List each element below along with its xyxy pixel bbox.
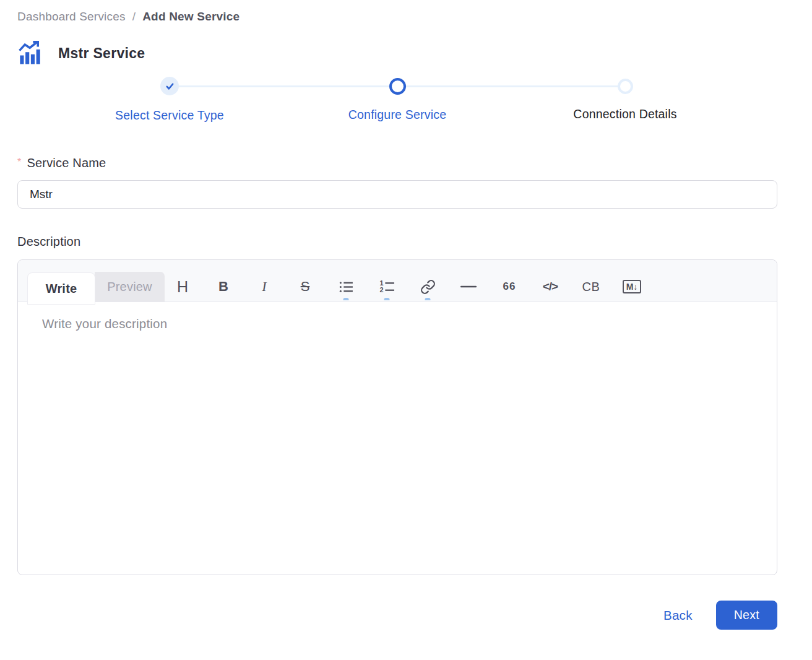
heading-button[interactable]: H	[171, 272, 194, 302]
step-configure-service[interactable]: Configure Service	[283, 77, 511, 123]
ordered-list-button[interactable]: 1 2	[375, 272, 399, 302]
step-completed-circle[interactable]	[160, 77, 179, 95]
add-new-service-page: Dashboard Services / Add New Service Mst…	[0, 0, 812, 630]
step-active-circle[interactable]	[389, 78, 406, 95]
wizard-actions: Back Next	[17, 601, 777, 630]
strikethrough-button[interactable]: S	[293, 272, 317, 302]
description-textarea[interactable]	[42, 316, 753, 560]
step-select-service-type[interactable]: Select Service Type	[56, 77, 283, 123]
horizontal-rule-icon	[460, 279, 477, 294]
step-label-configure-service[interactable]: Configure Service	[348, 108, 446, 122]
svg-text:1: 1	[379, 279, 383, 287]
bar-chart-trend-icon	[17, 40, 43, 67]
link-icon	[420, 279, 436, 295]
wizard-stepper: Select Service Type Configure Service Co…	[56, 77, 739, 123]
unordered-list-button[interactable]	[334, 272, 358, 302]
back-button[interactable]: Back	[663, 608, 693, 623]
page-title: Mstr Service	[58, 45, 145, 62]
markdown-icon: M↓	[623, 280, 642, 294]
ordered-list-icon: 1 2	[379, 279, 395, 295]
horizontal-rule-button[interactable]	[457, 272, 480, 302]
step-label-select-service-type[interactable]: Select Service Type	[115, 108, 224, 123]
tab-write[interactable]: Write	[28, 273, 95, 304]
editor-tabs: Write Preview	[28, 272, 165, 302]
step-label-connection-details: Connection Details	[573, 107, 676, 121]
link-button[interactable]	[416, 272, 439, 302]
tab-preview[interactable]: Preview	[95, 272, 165, 302]
editor-toolbar: Write Preview H B I S	[18, 260, 777, 302]
breadcrumb-separator: /	[132, 10, 136, 24]
svg-text:2: 2	[379, 286, 383, 293]
unordered-list-icon	[339, 279, 354, 295]
step-upcoming-circle	[618, 79, 633, 94]
step-connection-details: Connection Details	[511, 77, 739, 123]
formatting-toolbar: H B I S 1 2	[171, 272, 644, 302]
code-button[interactable]: </>	[538, 272, 562, 302]
required-marker: *	[17, 157, 21, 168]
breadcrumb: Dashboard Services / Add New Service	[17, 10, 777, 24]
service-name-input[interactable]	[17, 180, 777, 209]
description-markdown-editor: Write Preview H B I S	[17, 259, 777, 575]
description-label: Description	[17, 235, 777, 249]
code-block-button[interactable]: CB	[579, 272, 603, 302]
page-header: Mstr Service	[17, 40, 777, 67]
description-label-text: Description	[17, 235, 80, 249]
editor-body	[18, 302, 777, 575]
bold-button[interactable]: B	[212, 272, 235, 302]
breadcrumb-dashboard-services[interactable]: Dashboard Services	[17, 10, 126, 24]
breadcrumb-current: Add New Service	[142, 10, 240, 24]
service-name-label: * Service Name	[17, 156, 777, 170]
italic-button[interactable]: I	[253, 272, 276, 302]
service-name-label-text: Service Name	[27, 156, 106, 170]
quote-button[interactable]: 66	[498, 272, 521, 302]
markdown-button[interactable]: M↓	[620, 272, 644, 302]
next-button[interactable]: Next	[716, 601, 777, 630]
check-icon	[165, 82, 175, 91]
